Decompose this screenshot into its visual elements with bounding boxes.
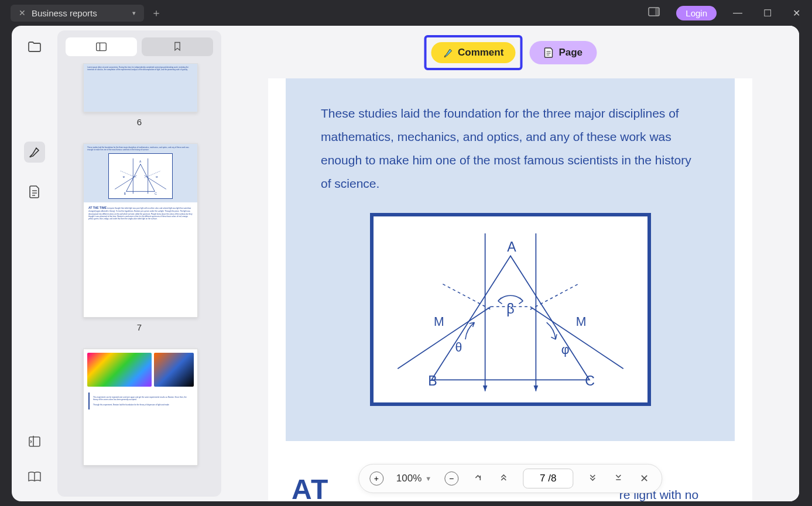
prev-page-button[interactable]	[497, 471, 510, 486]
svg-text:φ: φ	[561, 343, 569, 357]
svg-text:M: M	[433, 315, 444, 328]
svg-text:C: C	[585, 373, 595, 388]
highlighter-icon	[443, 47, 453, 58]
folder-icon[interactable]	[24, 36, 45, 57]
window-minimize-icon[interactable]: —	[728, 8, 747, 18]
titlebar: ✕ Business reports ▾ ＋ Login — ☐ ✕	[0, 0, 812, 26]
next-page-button[interactable]	[586, 471, 599, 486]
page-icon	[543, 47, 554, 58]
book-view-icon[interactable]	[24, 466, 45, 487]
document-viewport[interactable]: These studies laid the foundation for th…	[268, 26, 752, 501]
svg-line-29	[530, 284, 578, 309]
tab-chevron-icon[interactable]: ▾	[132, 9, 136, 17]
thumb-label: 7	[83, 322, 196, 332]
zoom-value: 100%	[396, 473, 422, 484]
svg-rect-5	[29, 437, 40, 446]
page-tool-icon[interactable]	[24, 181, 45, 202]
svg-text:M: M	[123, 175, 125, 178]
new-tab-button[interactable]: ＋	[151, 6, 162, 20]
svg-text:θ: θ	[455, 340, 462, 354]
svg-text:C: C	[155, 193, 157, 196]
svg-line-28	[443, 284, 491, 309]
highlighter-tool-icon[interactable]	[24, 142, 45, 163]
prism-diagram: A B C M M β θ φ	[370, 213, 651, 406]
thumbnail-panel: Lorem ipsum dolor sit amet consectetur. …	[57, 30, 221, 497]
collapse-panel-icon[interactable]	[24, 431, 45, 452]
svg-text:A: A	[139, 160, 142, 163]
panel-toggle-icon[interactable]	[643, 7, 664, 19]
main-area: Lorem ipsum dolor sit amet consectetur. …	[12, 26, 799, 501]
at-heading: AT	[292, 474, 329, 501]
tab-title: Business reports	[32, 8, 97, 18]
document-content-area: Comment Page These studies laid the foun…	[221, 26, 799, 501]
svg-rect-7	[97, 43, 107, 50]
comment-label: Comment	[458, 47, 503, 58]
intro-paragraph: These studies laid the foundation for th…	[321, 102, 700, 195]
page-button[interactable]: Page	[529, 41, 597, 64]
svg-rect-1	[655, 8, 659, 16]
svg-text:M: M	[156, 175, 157, 178]
svg-text:B: B	[124, 193, 126, 196]
thumbnail-page-8[interactable]: This experiment can be repeated over and…	[83, 349, 196, 466]
thumbnail-page-7[interactable]: These studies laid the foundation for th…	[83, 143, 196, 332]
page-number-input[interactable]: 7 /8	[523, 469, 573, 488]
document-tab[interactable]: ✕ Business reports ▾	[11, 5, 144, 22]
page-label: Page	[559, 47, 583, 58]
intro-paragraph-box: These studies laid the foundation for th…	[286, 78, 735, 441]
close-tab-icon[interactable]: ✕	[19, 8, 26, 18]
thumbnails-tab[interactable]	[66, 37, 137, 56]
login-button[interactable]: Login	[676, 6, 717, 20]
bottom-toolbar: + 100% ▼ − 7 /8 ✕	[358, 464, 662, 493]
thumb-label: 6	[83, 117, 196, 127]
sidebar-left	[12, 26, 57, 501]
last-page-button[interactable]	[612, 471, 625, 486]
thumbnail-list[interactable]: Lorem ipsum dolor sit amet consectetur. …	[57, 63, 221, 497]
comment-button[interactable]: Comment	[431, 42, 515, 63]
svg-text:β: β	[506, 301, 514, 316]
zoom-out-button[interactable]: −	[444, 471, 458, 486]
document-page: These studies laid the foundation for th…	[268, 78, 752, 501]
close-toolbar-button[interactable]: ✕	[638, 470, 651, 487]
chevron-down-icon: ▼	[425, 475, 431, 482]
svg-text:A: A	[507, 239, 516, 254]
svg-text:B: B	[428, 373, 437, 388]
svg-text:M: M	[575, 315, 586, 328]
thumbnail-page-6[interactable]: Lorem ipsum dolor sit amet consectetur. …	[83, 63, 196, 127]
comment-button-highlight: Comment	[424, 35, 522, 70]
first-page-button[interactable]	[471, 471, 484, 486]
window-maximize-icon[interactable]: ☐	[759, 8, 776, 19]
bookmarks-tab[interactable]	[142, 37, 213, 56]
zoom-in-button[interactable]: +	[369, 471, 383, 486]
zoom-dropdown[interactable]: 100% ▼	[396, 473, 431, 484]
window-close-icon[interactable]: ✕	[788, 8, 805, 19]
